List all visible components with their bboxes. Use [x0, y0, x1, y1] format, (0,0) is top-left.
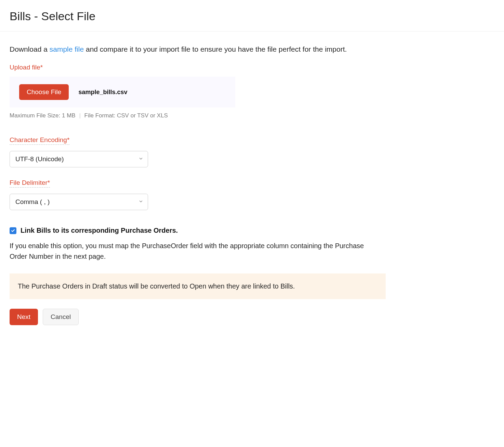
download-sample-row: Download a sample file and compare it to…	[10, 45, 401, 53]
next-button[interactable]: Next	[10, 309, 38, 325]
link-po-help-text: If you enable this option, you must map …	[10, 241, 379, 262]
upload-file-label: Upload file*	[10, 64, 43, 71]
upload-dropzone: Choose File sample_bills.csv	[10, 77, 235, 107]
download-suffix-text: and compare it to your import file to en…	[84, 45, 347, 53]
choose-file-button[interactable]: Choose File	[19, 84, 69, 100]
page-title: Bills - Select File	[10, 10, 494, 23]
hint-separator: |	[79, 112, 80, 119]
max-file-size-hint: Maximum File Size: 1 MB	[10, 112, 76, 119]
file-delimiter-label: File Delimiter*	[10, 179, 50, 188]
download-prefix-text: Download a	[10, 45, 50, 53]
file-delimiter-select[interactable]: Comma ( , )	[10, 194, 148, 210]
link-po-checkbox[interactable]	[10, 227, 16, 234]
file-format-hint: File Format: CSV or TSV or XLS	[84, 112, 168, 119]
cancel-button[interactable]: Cancel	[43, 309, 79, 325]
check-icon	[11, 229, 15, 233]
character-encoding-label: Character Encoding*	[10, 136, 69, 145]
selected-filename: sample_bills.csv	[78, 89, 127, 96]
character-encoding-select[interactable]: UTF-8 (Unicode)	[10, 151, 148, 167]
info-banner: The Purchase Orders in Draft status will…	[10, 273, 386, 299]
sample-file-link[interactable]: sample file	[50, 45, 84, 53]
upload-hints: Maximum File Size: 1 MB | File Format: C…	[10, 112, 401, 119]
link-po-checkbox-label[interactable]: Link Bills to its corresponding Purchase…	[21, 227, 178, 234]
